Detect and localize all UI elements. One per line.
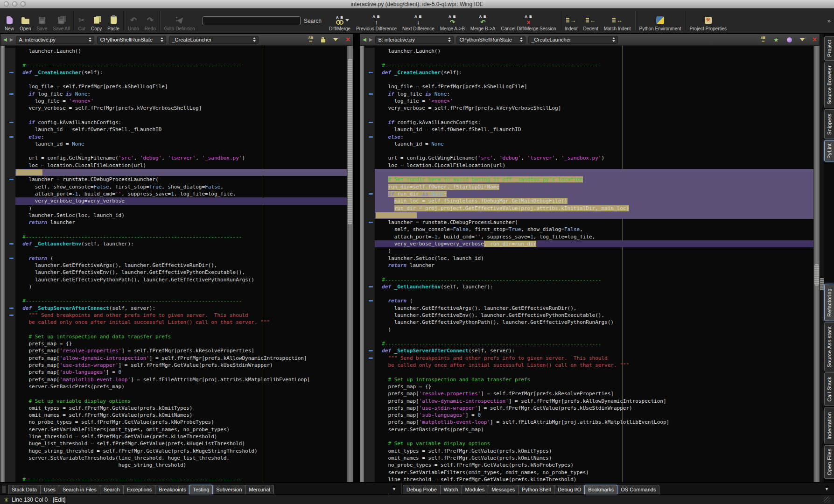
previous-difference-button[interactable]: A B↑Previous Difference [353, 8, 399, 33]
dropdown-caret-icon[interactable] [345, 19, 349, 21]
tab-bookmarks[interactable]: Bookmarks [584, 485, 617, 494]
tab-exceptions[interactable]: Exceptions [123, 485, 156, 494]
fold-marker[interactable] [5, 91, 15, 98]
fold-marker[interactable] [5, 240, 15, 247]
save-all-button[interactable]: Save All [50, 8, 72, 33]
side-tab-open-files[interactable]: Open Files [824, 445, 834, 479]
debug-bug-icon[interactable]: ✳ [4, 497, 9, 503]
tab-messages[interactable]: Messages [488, 485, 519, 494]
open-button[interactable]: Open [17, 8, 34, 33]
close-icon[interactable]: × [346, 36, 350, 43]
right-strip-scrollbar[interactable] [820, 34, 824, 483]
merge-b-to-a-button[interactable]: A B↶Merge B->A [468, 8, 498, 33]
fold-marker[interactable] [5, 305, 15, 312]
fold-marker[interactable] [364, 297, 375, 304]
lock-icon[interactable] [321, 39, 325, 42]
toolbar-overflow-chevron-icon[interactable]: » [826, 17, 832, 24]
star-icon[interactable]: ★ [773, 37, 779, 43]
ab-diff-icon[interactable] [761, 36, 765, 43]
class-selector-dropdown[interactable]: CPythonShellRunState [97, 36, 166, 44]
chevron-down-icon[interactable] [333, 38, 338, 41]
fold-marker[interactable] [5, 255, 15, 262]
tab-list-dropdown-icon[interactable]: ▼ [821, 487, 832, 491]
tab-search[interactable]: Search [100, 485, 124, 494]
cut-button[interactable]: ✂Cut [75, 8, 88, 33]
nav-back-icon[interactable]: ◀ [363, 37, 366, 42]
close-icon[interactable]: × [813, 36, 817, 43]
search-input[interactable] [203, 16, 301, 25]
resize-grip[interactable] [824, 497, 830, 503]
fold-marker[interactable] [364, 119, 375, 126]
fold-marker[interactable] [364, 219, 375, 226]
project-properties-button[interactable]: Project Properties [687, 8, 729, 33]
side-tab-source-assistant[interactable]: Source Assistant [824, 322, 834, 371]
close-window-button[interactable] [4, 1, 9, 7]
side-tab-pylint[interactable]: PyLint [824, 140, 834, 161]
fold-marker[interactable] [5, 119, 15, 126]
ab-diff-icon[interactable] [308, 36, 313, 43]
undo-button[interactable]: ↶Undo [125, 8, 142, 33]
scrollbar-thumb[interactable] [814, 264, 819, 286]
fold-marker[interactable] [5, 133, 15, 140]
titlebar[interactable]: interactive.py (debug/client): ide-5.0-q… [0, 0, 834, 8]
next-difference-button[interactable]: A B↓Next Difference [399, 8, 437, 33]
fold-marker[interactable] [364, 69, 375, 76]
copy-button[interactable]: Copy [88, 8, 105, 33]
side-tab-call-stack[interactable]: Call Stack [824, 372, 834, 406]
nav-forward-icon[interactable]: ▶ [369, 37, 373, 42]
side-tab-indentation[interactable]: Indentation [824, 407, 834, 444]
tab-subversion[interactable]: Subversion [212, 485, 245, 494]
tab-modules[interactable]: Modules [462, 485, 489, 494]
merge-a-to-b-button[interactable]: A B↷Merge A->B [437, 8, 468, 33]
tab-list-dropdown-icon[interactable]: ▼ [389, 487, 399, 491]
tab-breakpoints[interactable]: Breakpoints [155, 485, 189, 494]
side-tab-snippets[interactable]: Snippets [824, 109, 834, 139]
tab-uses[interactable]: Uses [40, 485, 59, 494]
editor-a[interactable]: launcher.Launch() #---------------------… [0, 46, 353, 482]
tab-bar-grip[interactable] [2, 485, 6, 493]
fold-marker[interactable] [364, 283, 375, 290]
scrollbar-thumb[interactable] [348, 59, 352, 224]
minimize-window-button[interactable] [12, 1, 17, 7]
vertical-scrollbar[interactable] [347, 46, 353, 482]
flower-icon[interactable] [787, 37, 792, 42]
zoom-window-button[interactable] [21, 1, 26, 7]
tab-stack-data[interactable]: Stack Data [8, 485, 41, 494]
right-strip-scroll-thumb[interactable] [820, 278, 824, 290]
fold-marker[interactable] [364, 133, 375, 140]
nav-forward-icon[interactable]: ▶ [10, 37, 14, 42]
fold-marker[interactable] [364, 355, 375, 362]
dedent-button[interactable]: Dedent [580, 8, 601, 33]
file-selector-dropdown[interactable]: B: interactive.py [375, 36, 454, 44]
new-button[interactable]: New [2, 8, 17, 33]
nav-back-icon[interactable]: ◀ [3, 37, 7, 42]
cancel-diff-merge-session-button[interactable]: A B×Cancel Diff/Merge Session [498, 8, 559, 33]
panel-divider[interactable] [353, 34, 359, 483]
fold-marker[interactable] [364, 190, 375, 197]
class-selector-dropdown[interactable]: CPythonShellRunState [456, 36, 526, 44]
fold-marker[interactable] [364, 91, 375, 98]
side-tab-source-browser[interactable]: Source Browser [824, 62, 834, 108]
diff-merge-button[interactable]: A BDiff/Merge [326, 8, 353, 33]
tab-search-in-files[interactable]: Search in Files [59, 485, 100, 494]
fold-marker[interactable] [5, 176, 15, 183]
tab-mercurial[interactable]: Mercurial [245, 485, 273, 494]
goto-definition-button[interactable]: Goto Definition [161, 8, 198, 33]
symbol-selector-dropdown[interactable]: _CreateLauncher [528, 36, 618, 44]
paste-button[interactable]: Paste [105, 8, 122, 33]
fold-marker[interactable] [5, 312, 15, 319]
symbol-selector-dropdown[interactable]: _CreateLauncher [169, 36, 259, 44]
side-tab-refactoring[interactable]: Refactoring [824, 284, 834, 321]
editor-b[interactable]: launcher.Launch() #---------------------… [360, 46, 820, 482]
redo-button[interactable]: ↷Redo [142, 8, 159, 33]
python-environment-button[interactable]: Python Environment [637, 8, 684, 33]
tab-os-commands[interactable]: OS Commands [617, 485, 659, 494]
indent-button[interactable]: Indent [562, 8, 581, 33]
save-button[interactable]: Save [34, 8, 50, 33]
fold-marker[interactable] [5, 69, 15, 76]
chevron-down-icon[interactable] [800, 38, 805, 41]
file-selector-dropdown[interactable]: A: interactive.py [16, 36, 94, 44]
tab-debug-i-o[interactable]: Debug I/O [554, 485, 585, 494]
match-indent-button[interactable]: Match Indent [601, 8, 634, 33]
vertical-scrollbar[interactable] [813, 46, 820, 482]
